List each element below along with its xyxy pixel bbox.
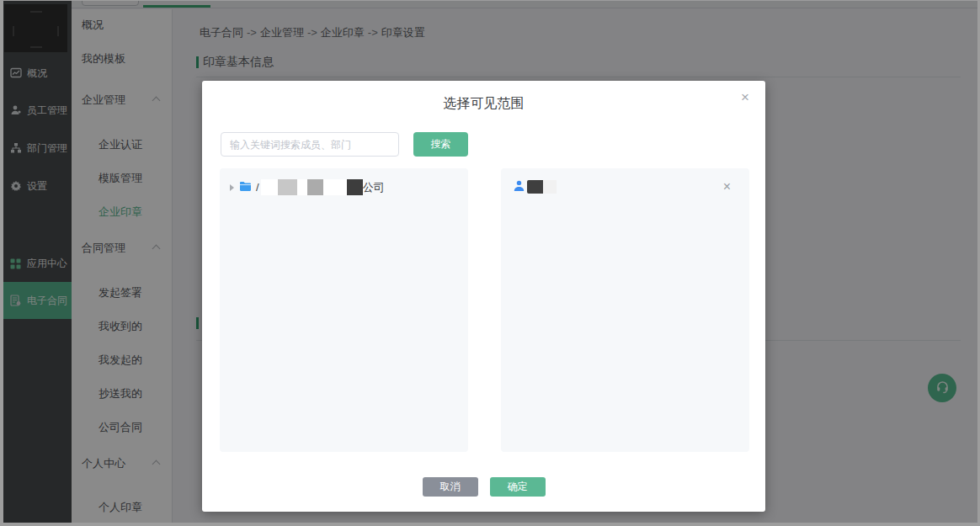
tree-label-prefix: /	[256, 181, 259, 194]
cancel-button[interactable]: 取消	[423, 477, 478, 497]
redacted-text-block	[543, 180, 557, 194]
redacted-text-block	[297, 179, 307, 195]
confirm-button[interactable]: 确定	[490, 477, 546, 497]
redacted-text-block	[278, 179, 297, 195]
dialog-title: 选择可见范围	[202, 95, 765, 113]
member-tree-panel: / 公司	[220, 168, 468, 452]
redacted-text-block	[323, 179, 347, 195]
remove-icon[interactable]: ×	[723, 179, 731, 194]
selected-members-panel: ×	[501, 168, 749, 452]
redacted-text-block	[307, 179, 323, 195]
search-button[interactable]: 搜索	[413, 132, 468, 157]
tree-label-suffix: 公司	[363, 180, 385, 195]
window-frame	[0, 0, 980, 1]
tree-node-company[interactable]: / 公司	[230, 178, 461, 196]
window-frame	[0, 523, 980, 526]
person-icon	[514, 180, 525, 194]
select-visible-range-dialog: 选择可见范围 × 搜索 / 公司	[202, 81, 765, 512]
caret-right-icon[interactable]	[230, 184, 234, 191]
screen: 概况 员工管理 部门管理 设置 应用中心	[0, 0, 980, 526]
dialog-footer: 取消 确定	[202, 477, 765, 497]
close-icon[interactable]: ×	[737, 89, 754, 106]
search-input[interactable]	[221, 132, 399, 157]
redacted-text-block	[261, 179, 278, 195]
selected-member-row: ×	[514, 179, 738, 194]
folder-icon	[239, 181, 252, 194]
redacted-text-block	[527, 180, 543, 194]
window-frame	[0, 0, 3, 526]
redacted-text-block	[347, 179, 363, 195]
